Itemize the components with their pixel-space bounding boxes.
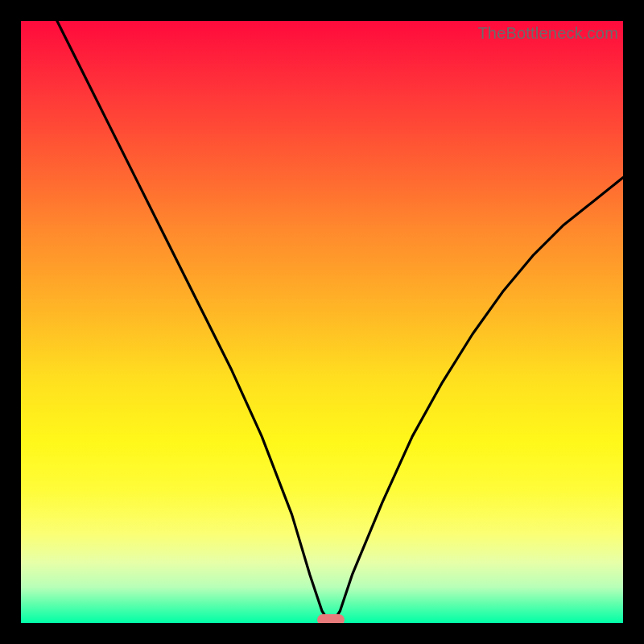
curve-path — [57, 21, 623, 620]
chart-frame: TheBottleneck.com — [0, 0, 644, 644]
watermark-text: TheBottleneck.com — [477, 24, 618, 43]
plot-area: TheBottleneck.com — [21, 21, 623, 623]
bottleneck-curve — [21, 21, 623, 623]
optimal-marker — [317, 614, 345, 623]
